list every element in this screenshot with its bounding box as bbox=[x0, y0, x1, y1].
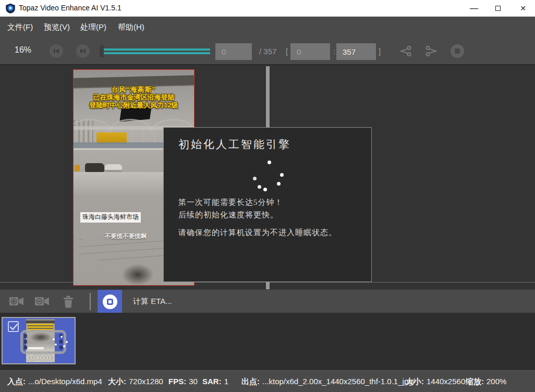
menubar: 文件(F) 预览(V) 处理(P) 帮助(H) bbox=[0, 17, 535, 38]
close-icon: ✕ bbox=[520, 4, 526, 13]
trim-bracket-close: ] bbox=[379, 47, 381, 56]
maximize-icon bbox=[495, 6, 501, 11]
status-value: 720x1280 bbox=[129, 377, 163, 386]
timeline-progress-track[interactable] bbox=[104, 48, 210, 51]
eta-label: 计算 ETA... bbox=[133, 297, 172, 307]
add-clip-icon[interactable] bbox=[9, 295, 25, 308]
status-value: ...o/Desktop/x6d.mp4 bbox=[28, 377, 102, 386]
total-frames-label: / 357 bbox=[259, 47, 276, 56]
menu-help[interactable]: 帮助(H) bbox=[118, 17, 144, 38]
titlebar: Topaz Video Enhance AI V1.5.1 — ✕ bbox=[0, 0, 535, 17]
playback-toolbar: 16% 0 / 357 [ 0 : 357 ] bbox=[0, 38, 535, 64]
process-toolbar: 计算 ETA... bbox=[0, 289, 535, 313]
status-value: 30 bbox=[189, 377, 198, 386]
dialog-text-line1: 第一次可能需要长达5分钟！ bbox=[178, 198, 283, 207]
trim-start-input[interactable]: 0 bbox=[290, 43, 330, 60]
close-button[interactable]: ✕ bbox=[511, 0, 535, 17]
skip-to-end-icon bbox=[80, 48, 86, 54]
trim-bracket-open: [ bbox=[286, 47, 288, 56]
status-label: 大小: bbox=[108, 377, 126, 386]
app-window: Topaz Video Enhance AI V1.5.1 — ✕ 文件(F) … bbox=[0, 0, 535, 392]
status-value: 200% bbox=[487, 377, 506, 386]
status-label: FPS: bbox=[168, 377, 186, 386]
app-logo-icon bbox=[5, 3, 16, 14]
timeline-slider-handle[interactable] bbox=[100, 45, 104, 57]
stop-icon bbox=[455, 48, 460, 54]
minimize-button[interactable]: — bbox=[462, 0, 486, 17]
skip-to-start-icon bbox=[53, 48, 59, 54]
trim-end-input[interactable]: 357 bbox=[336, 43, 376, 60]
maximize-button[interactable] bbox=[486, 0, 510, 17]
video-dark-car bbox=[85, 163, 104, 172]
dialog-title: 初始化人工智能引擎 bbox=[178, 137, 291, 152]
video-yellow-sign bbox=[96, 132, 127, 143]
scissors-left-icon[interactable] bbox=[398, 44, 413, 58]
minimize-icon: — bbox=[470, 4, 478, 13]
zoom-level-label: 16% bbox=[15, 45, 31, 55]
status-out-point: 出点:...ktop/x6d_2.00x_1440x2560_thf-1.0.1… bbox=[241, 377, 415, 387]
status-label: SAR: bbox=[202, 377, 222, 386]
clip-list bbox=[0, 313, 535, 370]
status-zoom: 缩放:200% bbox=[466, 377, 506, 387]
status-fps: FPS:30 bbox=[168, 377, 198, 386]
status-sar: SAR:1 bbox=[202, 377, 228, 386]
status-in-point: 入点:...o/Desktop/x6d.mp4 bbox=[7, 377, 102, 387]
dialog-text-line3: 请确保您的计算机设置为不进入睡眠状态。 bbox=[178, 228, 337, 238]
statusbar: 入点:...o/Desktop/x6d.mp4 大小:720x1280 FPS:… bbox=[0, 370, 535, 392]
status-label: 缩放: bbox=[466, 377, 484, 386]
video-location-label: 珠海白藤头海鲜市场 bbox=[80, 212, 141, 223]
clip-checkbox[interactable] bbox=[8, 321, 19, 332]
ai-engine-init-dialog: 初始化人工智能引擎 第一次可能需要长达5分钟！ 后续的初始化速度将更快。 请确保… bbox=[163, 127, 372, 282]
stop-playback-button[interactable] bbox=[451, 44, 464, 58]
video-dark-reflection bbox=[121, 264, 154, 286]
trash-icon[interactable] bbox=[62, 295, 75, 309]
clip-thumbnail-selected[interactable] bbox=[2, 317, 76, 364]
dialog-text-line2: 后续的初始化速度将更快。 bbox=[178, 210, 278, 220]
video-overlay-title-line3: 登陆时中心附近最大风力12级 bbox=[74, 101, 194, 110]
status-label: 出点: bbox=[241, 377, 260, 386]
status-value: 1 bbox=[224, 377, 228, 386]
status-value: ...ktop/x6d_2.00x_1440x2560_thf-1.0.1_jp… bbox=[262, 377, 415, 386]
stop-processing-button[interactable] bbox=[98, 290, 122, 313]
stop-processing-icon bbox=[103, 295, 117, 309]
trim-colon: : bbox=[333, 47, 335, 56]
checkbox-checked-icon bbox=[9, 323, 18, 330]
status-label: 大小: bbox=[406, 377, 424, 386]
status-out-size: 大小:1440x2560 bbox=[406, 377, 465, 387]
skip-to-start-button[interactable] bbox=[50, 44, 63, 58]
scissors-right-icon[interactable] bbox=[424, 44, 439, 58]
video-caption-text: 不要慌不要慌啊 bbox=[74, 232, 178, 240]
status-in-size: 大小:720x1280 bbox=[108, 377, 163, 387]
film-frame-icon bbox=[20, 330, 66, 354]
video-white-car bbox=[105, 164, 122, 172]
current-frame-input[interactable]: 0 bbox=[215, 43, 252, 60]
menu-process[interactable]: 处理(P) bbox=[80, 17, 106, 38]
video-orange-object bbox=[75, 165, 80, 172]
remove-clip-icon[interactable] bbox=[34, 295, 50, 308]
status-value: 1440x2560 bbox=[427, 377, 465, 386]
menu-file[interactable]: 文件(F) bbox=[7, 17, 33, 38]
timeline-progress-track-2[interactable] bbox=[104, 52, 210, 54]
window-title: Topaz Video Enhance AI V1.5.1 bbox=[19, 4, 121, 12]
preview-area: 台风“海高斯” 已在珠海市金湾区沿海登陆 登陆时中心附近最大风力12级 珠海白藤… bbox=[0, 64, 535, 289]
toolbar-divider bbox=[90, 293, 91, 310]
status-label: 入点: bbox=[7, 377, 26, 386]
menu-preview[interactable]: 预览(V) bbox=[44, 17, 70, 38]
skip-to-end-button[interactable] bbox=[76, 44, 90, 58]
